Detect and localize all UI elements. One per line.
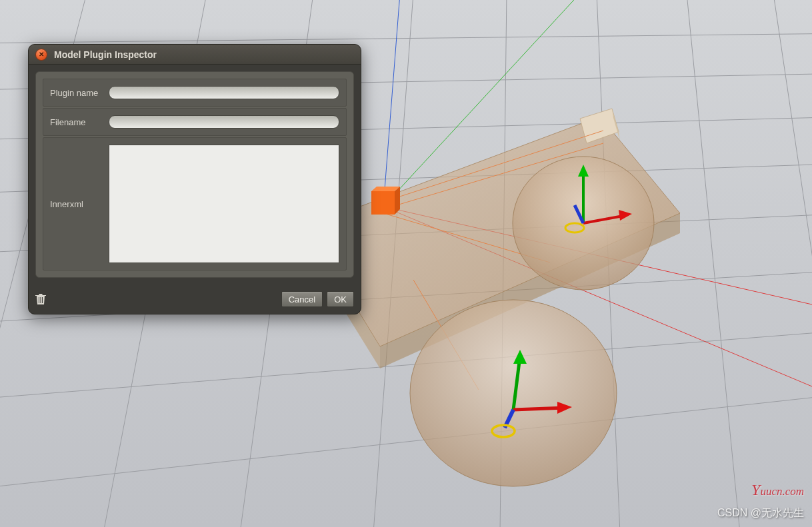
innerxml-input[interactable] xyxy=(109,145,339,263)
model-plugin-inspector-dialog: ✕ Model Plugin Inspector Plugin name Fil… xyxy=(28,44,361,314)
svg-rect-42 xyxy=(371,191,395,215)
dialog-titlebar[interactable]: ✕ Model Plugin Inspector xyxy=(29,45,361,65)
model-wheel-front[interactable] xyxy=(410,300,617,486)
plugin-name-input[interactable] xyxy=(109,86,339,99)
form-container: Plugin name Filename Innerxml xyxy=(35,71,354,278)
filename-label: Filename xyxy=(50,117,103,127)
svg-point-28 xyxy=(410,300,617,486)
watermark-csdn: CSDN @无水先生 xyxy=(717,506,804,520)
innerxml-label: Innerxml xyxy=(50,199,103,209)
cancel-button[interactable]: Cancel xyxy=(281,291,323,307)
svg-rect-46 xyxy=(41,297,41,303)
filename-row: Filename xyxy=(43,108,347,136)
close-icon[interactable]: ✕ xyxy=(35,49,47,61)
ok-button[interactable]: OK xyxy=(327,291,354,307)
dialog-title: Model Plugin Inspector xyxy=(54,49,157,60)
innerxml-row: Innerxml xyxy=(43,137,347,270)
plugin-name-row: Plugin name xyxy=(43,79,347,107)
plugin-name-label: Plugin name xyxy=(50,88,103,98)
svg-rect-47 xyxy=(42,297,43,303)
trash-icon[interactable] xyxy=(35,293,46,305)
watermark-logo: Yuucn.com xyxy=(751,481,804,499)
dialog-footer: Cancel OK xyxy=(29,284,361,314)
filename-input[interactable] xyxy=(109,115,339,129)
svg-rect-45 xyxy=(39,297,39,303)
dialog-body: Plugin name Filename Innerxml xyxy=(29,65,361,284)
selection-cube[interactable] xyxy=(371,187,400,215)
